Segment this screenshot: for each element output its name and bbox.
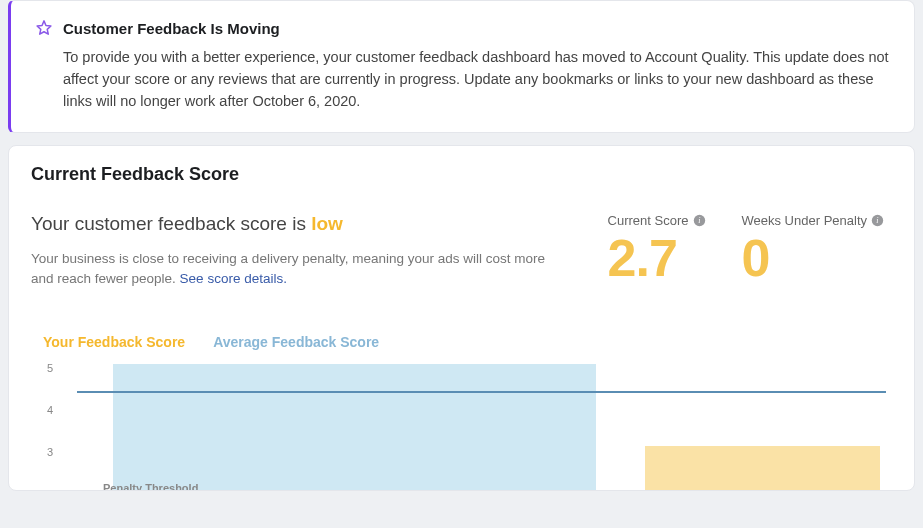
y-tick: 3 <box>47 446 53 458</box>
notice-header: Customer Feedback Is Moving <box>35 19 890 37</box>
notice-title: Customer Feedback Is Moving <box>63 20 280 37</box>
chart-area: Your Feedback Score Average Feedback Sco… <box>31 334 892 490</box>
score-description-text: Your business is close to receiving a de… <box>31 251 545 286</box>
yours-area <box>645 446 880 490</box>
notice-body: To provide you with a better experience,… <box>35 47 890 112</box>
notice-card: Customer Feedback Is Moving To provide y… <box>8 0 915 133</box>
svg-text:i: i <box>698 217 700 226</box>
current-score-value: 2.7 <box>608 232 706 284</box>
score-card: Current Feedback Score Your customer fee… <box>8 145 915 491</box>
legend-average-score[interactable]: Average Feedback Score <box>213 334 379 350</box>
penalty-threshold-label: Penalty Threshold <box>103 482 198 490</box>
weeks-penalty-metric: Weeks Under Penalty i 0 <box>742 213 885 284</box>
feedback-chart: 5 4 3 Penalty Threshold <box>31 360 892 490</box>
current-score-metric: Current Score i 2.7 <box>608 213 706 284</box>
avg-area <box>113 364 596 490</box>
current-score-label: Current Score i <box>608 213 706 228</box>
weeks-penalty-label-text: Weeks Under Penalty <box>742 213 868 228</box>
score-summary: Your customer feedback score is low Your… <box>31 213 588 288</box>
legend-your-score[interactable]: Your Feedback Score <box>43 334 185 350</box>
star-icon <box>35 19 53 37</box>
current-score-label-text: Current Score <box>608 213 689 228</box>
score-description: Your business is close to receiving a de… <box>31 249 551 288</box>
weeks-penalty-label: Weeks Under Penalty i <box>742 213 885 228</box>
score-row: Your customer feedback score is low Your… <box>31 213 892 288</box>
y-tick: 5 <box>47 362 53 374</box>
score-metrics: Current Score i 2.7 Weeks Under Penalty … <box>608 213 892 284</box>
weeks-penalty-value: 0 <box>742 232 885 284</box>
info-icon[interactable]: i <box>871 214 884 227</box>
info-icon[interactable]: i <box>693 214 706 227</box>
y-tick: 4 <box>47 404 53 416</box>
svg-text:i: i <box>876 217 878 226</box>
see-details-link[interactable]: See score details. <box>180 271 287 286</box>
score-headline: Your customer feedback score is low <box>31 213 588 235</box>
chart-legend: Your Feedback Score Average Feedback Sco… <box>31 334 892 350</box>
avg-line <box>77 391 886 393</box>
score-headline-prefix: Your customer feedback score is <box>31 213 311 234</box>
chart-plot: Penalty Threshold <box>77 360 886 490</box>
score-status: low <box>311 213 343 234</box>
section-title: Current Feedback Score <box>31 164 892 185</box>
